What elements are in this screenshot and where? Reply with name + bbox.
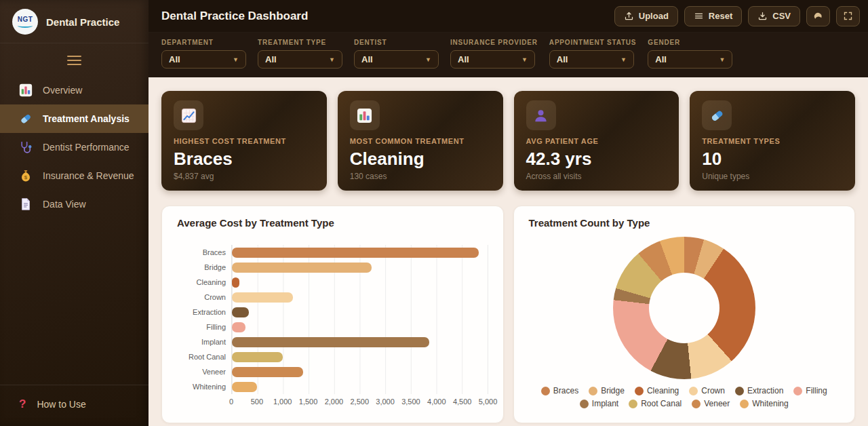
x-tick-label: 0 bbox=[229, 398, 233, 406]
bar-segment bbox=[232, 263, 372, 273]
bar-row bbox=[232, 320, 488, 334]
kpi-highest-cost-treatment: HIGHEST COST TREATMENT Braces $4,837 avg bbox=[161, 91, 327, 191]
gender-select[interactable]: All▼ bbox=[648, 50, 732, 69]
bar-category-label: Cleaning bbox=[177, 275, 231, 290]
bar-chart-title: Average Cost by Treatment Type bbox=[177, 217, 488, 229]
chevron-down-icon: ▼ bbox=[233, 56, 239, 63]
kpi-label: AVG PATIENT AGE bbox=[526, 137, 667, 145]
sidebar-item-overview[interactable]: Overview bbox=[0, 76, 149, 104]
fullscreen-button[interactable] bbox=[836, 6, 860, 26]
legend-label: Cleaning bbox=[647, 386, 679, 395]
legend-swatch bbox=[735, 387, 744, 395]
dark-mode-toggle[interactable] bbox=[806, 6, 830, 26]
top-header: Dental Practice Dashboard Upload Reset C… bbox=[149, 0, 868, 33]
bar-row bbox=[232, 379, 488, 394]
legend-item[interactable]: Braces bbox=[541, 386, 578, 395]
legend-swatch bbox=[689, 387, 698, 395]
svg-text:$: $ bbox=[24, 174, 28, 180]
treatment-type-select[interactable]: All▼ bbox=[258, 50, 342, 69]
bar-row bbox=[232, 349, 488, 364]
sidebar-item-label: Overview bbox=[43, 85, 82, 96]
filter-gender: GENDER All▼ bbox=[648, 39, 732, 69]
filter-insurance-provider: INSURANCE PROVIDER All▼ bbox=[450, 39, 538, 69]
reset-button[interactable]: Reset bbox=[684, 6, 742, 26]
bar-row bbox=[232, 245, 488, 260]
bar-category-label: Whitening bbox=[177, 379, 231, 394]
bar-segment bbox=[232, 248, 479, 258]
legend-label: Whitening bbox=[752, 399, 788, 408]
brand-name: Dental Practice bbox=[46, 16, 119, 28]
bar-category-label: Crown bbox=[177, 290, 231, 305]
bar-row bbox=[232, 334, 488, 349]
donut-hole bbox=[649, 273, 719, 343]
sidebar-item-treatment-analysis[interactable]: Treatment Analysis bbox=[0, 104, 149, 133]
bar-ylabels: BracesBridgeCleaningCrownExtractionFilli… bbox=[177, 245, 231, 394]
insurance-provider-select[interactable]: All▼ bbox=[450, 50, 535, 69]
bar-segment bbox=[232, 307, 249, 317]
bar-row bbox=[232, 290, 488, 305]
appointment-status-select[interactable]: All▼ bbox=[549, 50, 634, 69]
x-tick-label: 500 bbox=[251, 398, 263, 406]
question-mark-icon: ? bbox=[19, 398, 26, 411]
legend-item[interactable]: Extraction bbox=[735, 386, 783, 395]
department-select[interactable]: All▼ bbox=[161, 50, 246, 69]
kpi-avg-patient-age: AVG PATIENT AGE 42.3 yrs Across all visi… bbox=[514, 91, 679, 191]
sidebar-collapse-toggle[interactable] bbox=[67, 56, 81, 65]
chart-up-icon bbox=[174, 100, 203, 130]
kpi-subtext: Across all visits bbox=[526, 172, 667, 181]
chevron-down-icon: ▼ bbox=[329, 56, 335, 63]
kpi-subtext: 130 cases bbox=[350, 172, 491, 181]
filter-label: INSURANCE PROVIDER bbox=[450, 39, 538, 46]
legend-label: Crown bbox=[701, 386, 725, 395]
bar-segment bbox=[232, 352, 283, 362]
legend-item[interactable]: Veneer bbox=[692, 399, 730, 408]
bar-segment bbox=[232, 367, 303, 377]
reset-filters-icon bbox=[694, 11, 704, 21]
kpi-treatment-types: TREATMENT TYPES 10 Unique types bbox=[690, 91, 855, 191]
donut-chart bbox=[613, 237, 755, 379]
filter-department: DEPARTMENT All▼ bbox=[161, 39, 246, 69]
kpi-value: 42.3 yrs bbox=[526, 149, 667, 170]
bar-category-label: Root Canal bbox=[177, 349, 231, 364]
page-title: Dental Practice Dashboard bbox=[161, 9, 308, 23]
x-tick-label: 3,500 bbox=[401, 398, 420, 406]
bar-row bbox=[232, 364, 488, 379]
legend-swatch bbox=[740, 400, 749, 408]
bar-category-label: Implant bbox=[177, 334, 231, 349]
bar-chart-icon bbox=[350, 100, 380, 130]
sidebar-item-label: Treatment Analysis bbox=[43, 113, 130, 124]
person-icon bbox=[526, 100, 556, 130]
bar-category-label: Bridge bbox=[177, 260, 231, 275]
brand-header: NGT Dental Practice bbox=[0, 0, 149, 43]
filter-label: DENTIST bbox=[354, 39, 439, 46]
csv-export-button[interactable]: CSV bbox=[748, 6, 800, 26]
legend-swatch bbox=[635, 387, 644, 395]
legend-swatch bbox=[589, 387, 597, 395]
x-tick-label: 2,500 bbox=[350, 398, 369, 406]
sidebar-nav: Overview Treatment Analysis Dentist Perf… bbox=[0, 76, 149, 218]
upload-button[interactable]: Upload bbox=[614, 6, 678, 26]
legend-item[interactable]: Implant bbox=[580, 399, 618, 408]
kpi-value: 10 bbox=[702, 149, 843, 170]
legend-item[interactable]: Bridge bbox=[589, 386, 625, 395]
filter-label: TREATMENT TYPE bbox=[258, 39, 342, 46]
legend-item[interactable]: Filling bbox=[793, 386, 827, 395]
legend-item[interactable]: Crown bbox=[689, 386, 725, 395]
sidebar-item-dentist-performance[interactable]: Dentist Performance bbox=[0, 133, 149, 161]
sidebar-item-insurance-revenue[interactable]: $ Insurance & Revenue bbox=[0, 161, 149, 190]
legend-item[interactable]: Cleaning bbox=[635, 386, 679, 395]
x-tick-label: 5,000 bbox=[479, 398, 498, 406]
main-area: Dental Practice Dashboard Upload Reset C… bbox=[149, 0, 868, 426]
dentist-select[interactable]: All▼ bbox=[354, 50, 439, 69]
dashboard-content: HIGHEST COST TREATMENT Braces $4,837 avg… bbox=[149, 77, 868, 426]
legend-item[interactable]: Root Canal bbox=[629, 399, 682, 408]
clinic-logo: NGT bbox=[12, 9, 38, 35]
logo-swoosh bbox=[18, 24, 33, 28]
sidebar-item-data-view[interactable]: Data View bbox=[0, 190, 149, 218]
how-to-use-button[interactable]: ? How to Use bbox=[0, 385, 149, 426]
kpi-label: TREATMENT TYPES bbox=[702, 137, 843, 145]
kpi-subtext: Unique types bbox=[702, 172, 843, 181]
legend-label: Extraction bbox=[747, 386, 783, 395]
moon-icon bbox=[813, 11, 823, 21]
legend-item[interactable]: Whitening bbox=[740, 399, 788, 408]
